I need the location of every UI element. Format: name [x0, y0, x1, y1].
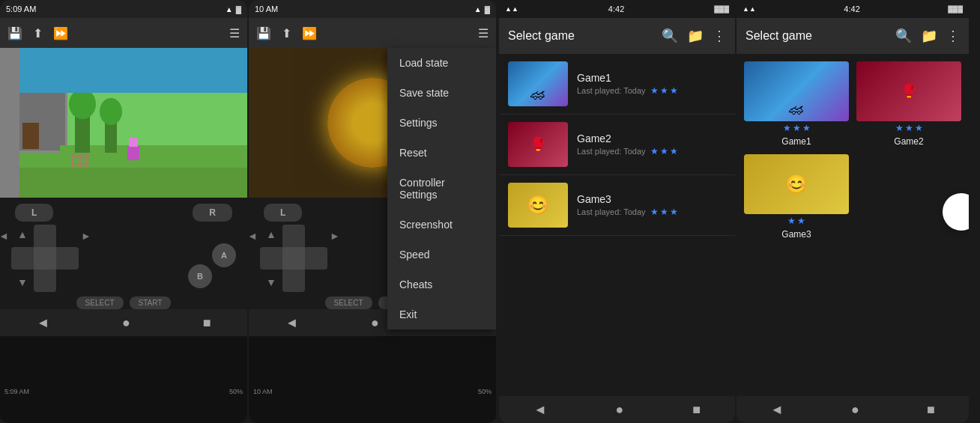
dpad-down-1[interactable]: ▼ — [16, 276, 28, 288]
status-bar-1: 5:09 AM ▲ ▓ — [0, 0, 247, 18]
toolbar-left-1: 💾 ⬆ ⏩ — [7, 26, 68, 40]
dpad-center-2 — [282, 247, 305, 270]
fastforward-icon-1[interactable]: ⏩ — [53, 26, 68, 40]
svg-rect-19 — [0, 168, 247, 198]
select-button-2[interactable]: SELECT — [325, 296, 372, 309]
game-list-item-2[interactable]: Game2 Last played: Today ★ ★ ★ — [499, 115, 735, 175]
bottom-nav-3: ◄ ● ■ — [499, 396, 735, 423]
toolbar-2: 💾 ⬆ ⏩ ☰ — [249, 18, 496, 48]
status-time-2: 10 AM — [255, 4, 278, 13]
back-nav-3[interactable]: ◄ — [533, 402, 547, 418]
recents-nav-1[interactable]: ■ — [203, 315, 211, 331]
more-icon-3[interactable]: ⋮ — [713, 28, 726, 44]
signal-icon-1: ▲ — [226, 5, 233, 13]
dpad-left-2[interactable]: ◄ — [249, 230, 258, 242]
menu-save-state[interactable]: Save state — [387, 78, 496, 108]
menu-icon-2[interactable]: ☰ — [478, 26, 489, 40]
game-thumb-3 — [508, 183, 568, 228]
header-icons-4: 🔍 📁 ⋮ — [895, 28, 960, 44]
game-grid-item-1[interactable]: ★ ★ ★ Game1 — [744, 61, 849, 147]
game-thumb-art-1 — [508, 61, 568, 106]
battery3: ▓▓▓ — [714, 5, 729, 13]
search-icon-4[interactable]: 🔍 — [895, 28, 912, 44]
game-screen-1 — [0, 48, 247, 198]
save-icon-2[interactable]: 💾 — [256, 26, 271, 40]
svg-rect-17 — [127, 145, 139, 160]
dpad-left-1[interactable]: ◄ — [0, 230, 10, 242]
menu-speed[interactable]: Speed — [387, 240, 496, 270]
a-button-1[interactable]: A — [212, 243, 236, 267]
save-icon-1[interactable]: 💾 — [7, 26, 22, 40]
battery-icon-2: ▓ — [485, 5, 490, 13]
home-nav-2[interactable]: ● — [371, 315, 379, 331]
game-grid-item-2[interactable]: ★ ★ ★ Game2 — [856, 61, 961, 147]
svg-rect-20 — [71, 153, 73, 168]
menu-cheats[interactable]: Cheats — [387, 270, 496, 299]
toolbar-left-2: 💾 ⬆ ⏩ — [256, 26, 317, 40]
signal-icon-2: ▲ — [474, 5, 482, 13]
r-button-1[interactable]: R — [193, 204, 232, 222]
more-icon-4[interactable]: ⋮ — [946, 28, 960, 44]
search-icon-3[interactable]: 🔍 — [662, 28, 678, 44]
menu-exit[interactable]: Exit — [387, 299, 496, 329]
game-thumb-1 — [508, 61, 568, 106]
game-grid-art-2 — [856, 61, 961, 121]
svg-rect-8 — [22, 82, 34, 93]
game-list-item-3[interactable]: Game3 Last played: Today ★ ★ ★ — [499, 175, 735, 236]
select-game-title-3: Select game — [508, 29, 575, 43]
home-nav-1[interactable]: ● — [122, 315, 130, 331]
game-stars-2: ★ ★ ★ — [650, 146, 678, 156]
recents-nav-4[interactable]: ■ — [927, 402, 935, 418]
back-nav-1[interactable]: ◄ — [36, 315, 49, 331]
home-nav-4[interactable]: ● — [851, 402, 859, 418]
menu-reset[interactable]: Reset — [387, 138, 496, 168]
svg-rect-4 — [7, 63, 19, 74]
dropdown-menu: Load state Save state Settings Reset Con… — [387, 48, 496, 329]
game-thumb-art-3 — [508, 183, 568, 228]
svg-point-16 — [100, 98, 122, 125]
svg-rect-0 — [0, 48, 60, 198]
dpad-down-2[interactable]: ▼ — [265, 276, 277, 288]
status-bar-4: ▲▲ 4:42 ▓▓▓ — [736, 0, 969, 18]
dpad-up-2[interactable]: ▲ — [265, 228, 277, 240]
recents-nav-3[interactable]: ■ — [692, 402, 701, 418]
menu-screenshot[interactable]: Screenshot — [387, 210, 496, 240]
upload-icon-2[interactable]: ⬆ — [282, 26, 291, 40]
dpad-2[interactable]: ▲ ▼ ◄ ► — [260, 225, 327, 292]
game-grid-art-3 — [744, 154, 849, 214]
menu-icon-1[interactable]: ☰ — [229, 26, 240, 40]
game-grid-item-3[interactable]: ★ ★ Game3 — [744, 154, 849, 240]
home-nav-3[interactable]: ● — [616, 402, 624, 418]
svg-rect-24 — [71, 163, 88, 165]
grid-stars-2: ★ ★ ★ — [895, 123, 923, 133]
svg-rect-1 — [0, 48, 247, 198]
folder-icon-4[interactable]: 📁 — [921, 28, 937, 44]
dpad-right-1[interactable]: ► — [80, 230, 92, 242]
svg-rect-9 — [37, 82, 49, 93]
l-button-2[interactable]: L — [264, 204, 302, 222]
menu-controller-settings[interactable]: Controller Settings — [387, 168, 496, 210]
b-button-1[interactable]: B — [188, 264, 212, 288]
game-list-item-1[interactable]: Game1 Last played: Today ★ ★ ★ — [499, 54, 735, 115]
select-button-1[interactable]: SELECT — [76, 296, 124, 309]
phone2: 10 AM ▲ ▓ 💾 ⬆ ⏩ ☰ Load state Save state … — [249, 0, 496, 423]
menu-load-state[interactable]: Load state — [387, 48, 496, 78]
back-nav-4[interactable]: ◄ — [770, 402, 784, 418]
svg-rect-18 — [129, 138, 138, 147]
dpad-right-2[interactable]: ► — [329, 230, 341, 242]
menu-settings[interactable]: Settings — [387, 108, 496, 138]
folder-icon-3[interactable]: 📁 — [687, 28, 704, 44]
svg-rect-12 — [60, 145, 247, 198]
svg-rect-10 — [22, 123, 39, 149]
svg-rect-22 — [86, 153, 88, 168]
upload-icon-1[interactable]: ⬆ — [33, 26, 43, 40]
svg-rect-5 — [22, 63, 34, 74]
fastforward-icon-2[interactable]: ⏩ — [302, 26, 317, 40]
start-button-1[interactable]: START — [130, 296, 172, 309]
svg-rect-13 — [75, 108, 90, 153]
dpad-1[interactable]: ▲ ▼ ◄ ► — [11, 225, 79, 292]
battery-icon-1: ▓ — [236, 5, 241, 13]
back-nav-2[interactable]: ◄ — [285, 315, 298, 331]
dpad-up-1[interactable]: ▲ — [16, 228, 28, 240]
l-button-1[interactable]: L — [15, 204, 53, 222]
